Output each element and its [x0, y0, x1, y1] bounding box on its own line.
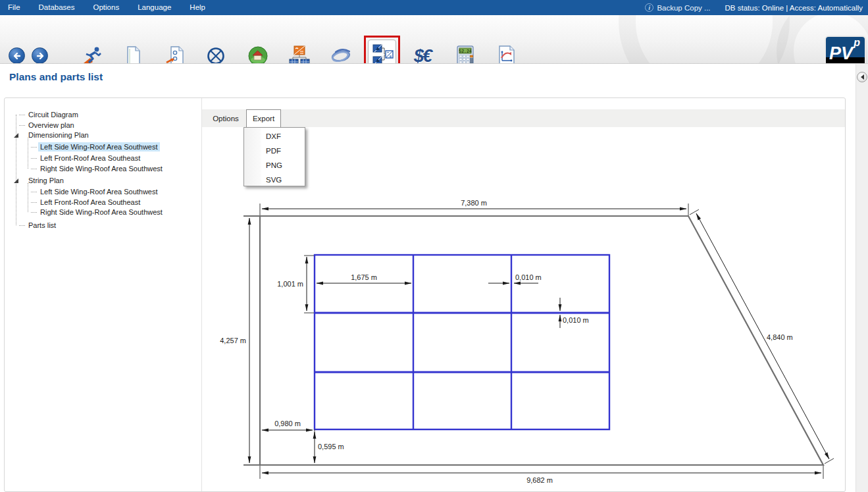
close-project-button[interactable] — [204, 44, 228, 64]
results-button[interactable] — [495, 44, 519, 64]
dim-label-offset-bottom: 0,595 m — [318, 443, 344, 451]
tree-item-overview-plan[interactable]: Overview plan — [5, 120, 76, 130]
tree-item-str-right-side-wing[interactable]: Right Side Wing-Roof Area Southwest — [5, 207, 165, 217]
open-project-button[interactable] — [164, 44, 188, 64]
dimensioning-plan-drawing: 7,380 m 4,257 m 9,682 m 4,840 m 1,001 m … — [217, 191, 836, 492]
forward-button[interactable] — [32, 47, 48, 64]
tree-expanded-icon[interactable] — [14, 133, 18, 138]
menu-file[interactable]: File — [0, 0, 30, 15]
system-diagram-button[interactable] — [288, 44, 311, 64]
dim-line-slant — [696, 213, 829, 459]
menu-options[interactable]: Options — [84, 0, 129, 15]
menu-bar: File Databases Options Language Help i B… — [0, 0, 868, 15]
menu-databases[interactable]: Databases — [30, 0, 84, 15]
calculator-icon: 52.24 — [455, 45, 475, 64]
tree-item-dim-left-front[interactable]: Left Front-Roof Area Southeast — [5, 153, 142, 163]
dim-label-gap-horizontal: 0,010 m — [515, 273, 542, 281]
tree-item-dim-left-side-wing[interactable]: Left Side Wing-Roof Area Southwest — [5, 142, 160, 152]
tab-options[interactable]: Options — [206, 109, 245, 127]
collapse-panel-button[interactable] — [857, 72, 867, 82]
dim-label-slant: 4,840 m — [767, 333, 793, 341]
logo-pv-text: PV — [829, 43, 853, 64]
toolbar: $€ 52.24 PV p — [0, 15, 868, 64]
export-menu: DXF PDF PNG SVG — [243, 127, 305, 186]
tree-content-divider — [201, 98, 202, 491]
terrain-house-icon — [247, 45, 268, 64]
dim-label-left: 4,257 m — [220, 337, 246, 344]
tab-strip: Options Export — [202, 109, 845, 127]
calculator-display: 52.24 — [459, 49, 472, 54]
new-project-button[interactable] — [122, 44, 145, 64]
currency-icon: $€ — [414, 46, 431, 65]
dimension-extension-lines — [260, 204, 834, 479]
logo-p-text: p — [854, 37, 860, 49]
roof-outline — [260, 216, 823, 465]
dim-label-top: 7,380 m — [461, 199, 487, 207]
dim-label-row-height: 1,001 m — [277, 280, 303, 288]
tree-item-str-left-side-wing[interactable]: Left Side Wing-Roof Area Southwest — [5, 186, 160, 197]
export-menu-item-svg[interactable]: SVG — [244, 173, 305, 187]
back-button[interactable] — [9, 47, 25, 64]
page-title: Plans and parts list — [9, 71, 103, 83]
plans-tree: Circuit Diagram Overview plan Dimensioni… — [5, 98, 201, 491]
tab-export[interactable]: Export — [246, 109, 281, 127]
backup-copy-label: Backup Copy ... — [657, 4, 710, 12]
cable-coil-icon — [329, 46, 353, 64]
tree-item-circuit-diagram[interactable]: Circuit Diagram — [5, 109, 80, 120]
document-import-icon — [165, 45, 187, 64]
project-assistant-button[interactable] — [80, 44, 104, 64]
watermark-ring — [619, 15, 790, 64]
tree-item-dim-right-side-wing[interactable]: Right Side Wing-Roof Area Southwest — [5, 163, 165, 174]
dim-label-offset-left: 0,980 m — [274, 420, 301, 427]
dimension-lines — [249, 209, 829, 473]
inverter-modules-icon — [288, 45, 311, 64]
plans-highlight-frame — [364, 36, 400, 64]
3d-view-button[interactable] — [246, 44, 270, 64]
tree-item-dimensioning-plan[interactable]: Dimensioning Plan — [5, 130, 91, 140]
dim-label-module-width: 1,675 m — [351, 273, 377, 281]
db-status-label: DB status: Online | Access: Automaticall… — [725, 4, 863, 12]
circuit-plan-icon — [371, 43, 394, 65]
arrow-right-icon — [35, 51, 45, 61]
export-menu-item-pdf[interactable]: PDF — [244, 144, 305, 158]
report-curve-icon — [496, 45, 517, 64]
economics-button[interactable]: 52.24 — [453, 44, 477, 64]
export-menu-item-png[interactable]: PNG — [244, 158, 305, 173]
arrow-left-icon — [12, 51, 22, 61]
close-circle-icon — [206, 46, 226, 64]
tariffs-button[interactable]: $€ — [411, 44, 434, 64]
info-icon: i — [645, 3, 653, 12]
module-column-dividers — [413, 255, 511, 429]
tree-item-string-plan[interactable]: String Plan — [5, 175, 66, 186]
plans-parts-list-button[interactable] — [368, 40, 396, 64]
menu-language[interactable]: Language — [128, 0, 180, 15]
runner-icon — [81, 45, 103, 64]
backup-copy-status[interactable]: i Backup Copy ... — [645, 3, 710, 12]
export-menu-item-dxf[interactable]: DXF — [244, 129, 305, 144]
tree-item-str-left-front[interactable]: Left Front-Roof Area Southeast — [5, 197, 142, 207]
dim-label-bottom: 9,682 m — [526, 476, 553, 484]
menu-help[interactable]: Help — [180, 0, 215, 15]
pvsol-logo: PV p — [826, 37, 865, 64]
chevron-left-icon — [861, 74, 864, 80]
new-document-icon — [122, 45, 145, 64]
dim-label-gap-vertical: 0,010 m — [563, 316, 589, 324]
tree-expanded-icon[interactable] — [14, 178, 18, 183]
tree-item-parts-list[interactable]: Parts list — [5, 220, 58, 231]
cables-button[interactable] — [329, 44, 353, 64]
side-panel-rail — [855, 64, 868, 492]
